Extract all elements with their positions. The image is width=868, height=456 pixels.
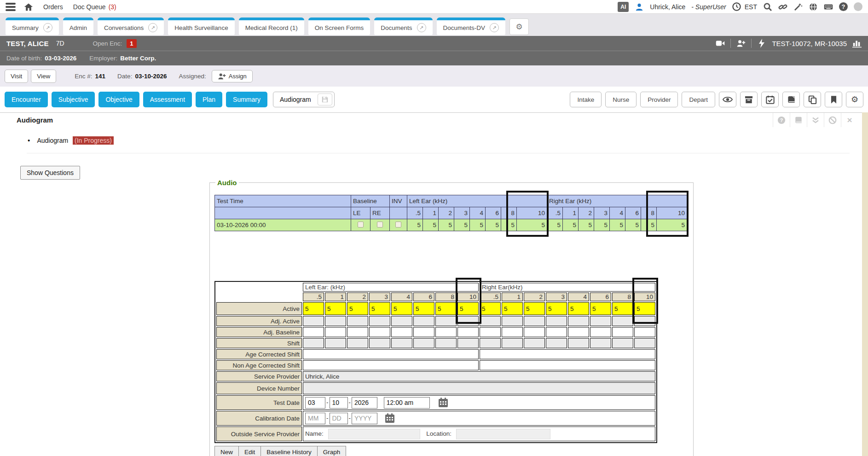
active-input[interactable]: 5 — [546, 302, 567, 315]
outside-location-input[interactable] — [456, 429, 550, 439]
active-input[interactable]: 5 — [524, 302, 545, 315]
test-time-select[interactable]: 12:00 am — [384, 397, 430, 409]
view-button[interactable]: View — [31, 70, 56, 83]
external-link-icon[interactable]: ↗ — [43, 23, 52, 32]
external-link-icon[interactable]: ↗ — [148, 23, 157, 32]
bar-chart-icon[interactable] — [852, 39, 862, 48]
calendar-icon[interactable] — [438, 398, 448, 408]
content-scrollbar[interactable] — [862, 112, 868, 456]
summary-button[interactable]: Summary — [226, 92, 267, 107]
lightning-icon[interactable] — [757, 39, 766, 48]
external-link-icon[interactable]: ↗ — [417, 23, 426, 32]
active-input[interactable]: 5 — [391, 302, 412, 315]
row-label-service-provider: Service Provider — [216, 371, 302, 381]
objective-button[interactable]: Objective — [98, 92, 139, 107]
calendar-check-icon[interactable] — [761, 92, 779, 107]
add-person-icon[interactable] — [736, 39, 746, 48]
baseline-le-checkbox[interactable] — [358, 222, 364, 228]
graph-button[interactable]: Graph — [317, 446, 347, 456]
active-input[interactable]: 5 — [480, 302, 501, 315]
help-circle-icon[interactable]: ? — [773, 113, 790, 127]
encounter-button[interactable]: Encounter — [5, 92, 48, 107]
row-label-device-number: Device Number — [216, 382, 302, 394]
home-icon[interactable] — [24, 2, 33, 12]
active-input[interactable]: 5 — [590, 302, 611, 315]
device-number-value[interactable] — [303, 382, 655, 394]
active-input[interactable]: 5 — [612, 302, 633, 315]
tab-settings-gear-icon[interactable]: ⚙ — [509, 18, 529, 35]
wand-icon[interactable] — [793, 2, 803, 12]
baseline-history-button[interactable]: Baseline History — [260, 446, 318, 456]
provider-button[interactable]: Provider — [640, 92, 678, 107]
ai-badge[interactable]: AI — [618, 2, 629, 12]
tab-medical-record[interactable]: Medical Record (1) — [239, 18, 304, 35]
calendar-icon[interactable] — [385, 413, 395, 423]
save-icon[interactable] — [318, 94, 332, 105]
collapse-chevrons-icon[interactable] — [807, 113, 824, 127]
active-input[interactable]: 5 — [435, 302, 457, 315]
video-camera-icon[interactable] — [716, 39, 725, 48]
tab-documents-dv[interactable]: Documents-DV ↗ — [437, 18, 506, 35]
user-name[interactable]: Uhrick, Alice — [650, 3, 685, 11]
calibration-month-input[interactable]: MM — [305, 413, 325, 424]
disable-icon[interactable] — [824, 113, 841, 127]
doc-queue-link[interactable]: Doc Queue — [73, 3, 106, 11]
tab-health-surveillance[interactable]: Health Surveillance — [168, 18, 234, 35]
tab-on-screen-forms[interactable]: On Screen Forms — [308, 18, 370, 35]
nurse-button[interactable]: Nurse — [605, 92, 637, 107]
journal-icon[interactable] — [790, 113, 807, 127]
settings-gears-icon[interactable]: ⚙ — [846, 92, 863, 107]
left-value: 5 — [439, 219, 454, 231]
external-link-icon[interactable]: ↗ — [490, 23, 499, 32]
open-enc-badge[interactable]: 1 — [127, 39, 136, 48]
bookmark-icon[interactable] — [825, 92, 842, 107]
active-input[interactable]: 5 — [502, 302, 523, 315]
inv-checkbox[interactable] — [395, 222, 401, 228]
tab-summary[interactable]: Summary ↗ — [6, 18, 59, 35]
calibration-day-input[interactable]: DD — [330, 413, 348, 424]
subjective-button[interactable]: Subjective — [52, 92, 95, 107]
patient-name[interactable]: TEST, ALICE — [6, 40, 49, 47]
test-time-value[interactable]: 03-10-2026 00:00 — [215, 219, 351, 231]
depart-button[interactable]: Depart — [682, 92, 715, 107]
intake-button[interactable]: Intake — [570, 92, 602, 107]
test-date-month-input[interactable]: 03 — [305, 397, 325, 409]
active-input[interactable]: 5 — [303, 302, 324, 315]
test-date-day-input[interactable]: 10 — [330, 397, 348, 409]
edit-button[interactable]: Edit — [238, 446, 261, 456]
active-input[interactable]: 5 — [369, 302, 390, 315]
orders-link[interactable]: Orders — [43, 3, 63, 11]
new-button[interactable]: New — [214, 446, 239, 456]
test-date-year-input[interactable]: 2026 — [352, 397, 377, 409]
globe-icon[interactable] — [809, 2, 818, 12]
audio-legend: Audio — [215, 179, 239, 187]
plan-button[interactable]: Plan — [196, 92, 222, 107]
audiogram-content: Audiogram (In Progress) Show Questions A… — [0, 127, 868, 456]
note-list-item[interactable]: Audiogram (In Progress) — [28, 136, 114, 144]
link-icon[interactable] — [778, 2, 787, 12]
assessment-button[interactable]: Assessment — [143, 92, 192, 107]
eye-icon[interactable] — [719, 92, 736, 107]
outside-name-input[interactable] — [328, 429, 420, 439]
archive-box-icon[interactable] — [740, 92, 758, 107]
active-input[interactable]: 5 — [413, 302, 434, 315]
active-input[interactable]: 5 — [568, 302, 589, 315]
help-icon[interactable]: ? — [839, 2, 848, 11]
tab-documents[interactable]: Documents ↗ — [374, 18, 432, 35]
active-input[interactable]: 5 — [347, 302, 368, 315]
show-questions-button[interactable]: Show Questions — [20, 166, 80, 180]
hamburger-menu-icon[interactable] — [6, 3, 16, 11]
close-icon[interactable]: × — [841, 113, 858, 127]
copy-pages-icon[interactable] — [804, 92, 821, 107]
calibration-year-input[interactable]: YYYY — [352, 413, 377, 424]
tab-conversations[interactable]: Conversations ↗ — [98, 18, 164, 35]
book-icon[interactable] — [782, 92, 800, 107]
assign-button[interactable]: Assign — [212, 70, 253, 82]
keyboard-icon[interactable] — [824, 2, 833, 12]
tab-admin[interactable]: Admin — [63, 18, 93, 35]
visit-button[interactable]: Visit — [5, 70, 28, 83]
baseline-re-checkbox[interactable] — [377, 222, 383, 228]
search-icon[interactable] — [763, 2, 772, 12]
audiogram-doc-tab[interactable]: Audiogram — [273, 92, 335, 107]
active-input[interactable]: 5 — [325, 302, 346, 315]
